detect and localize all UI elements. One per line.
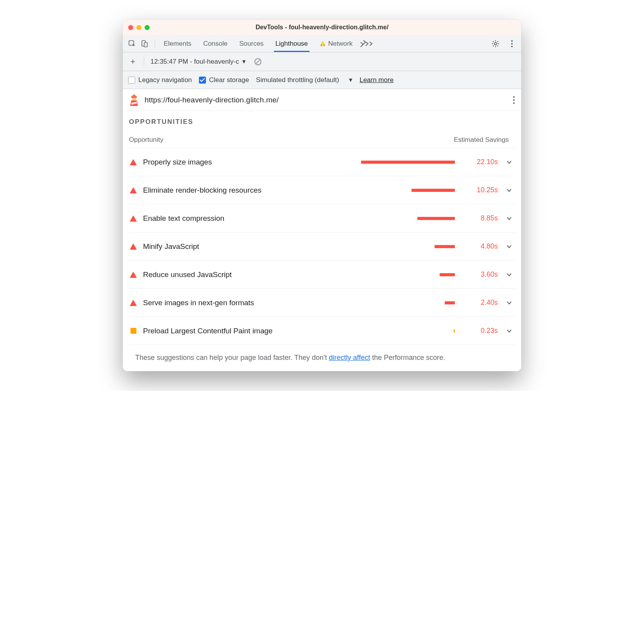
expand-chevron-icon[interactable]: [503, 243, 515, 250]
opportunity-label: Reduce unused JavaScript: [143, 270, 292, 279]
report-menu-icon[interactable]: [513, 96, 515, 104]
learn-more-link[interactable]: Learn more: [360, 76, 394, 84]
svg-point-17: [513, 99, 515, 101]
checkbox-icon[interactable]: [128, 77, 135, 84]
report-select-label: 12:35:47 PM - foul-heavenly-c: [150, 58, 239, 66]
gear-icon[interactable]: [490, 38, 501, 49]
titlebar: DevTools - foul-heavenly-direction.glitc…: [123, 20, 521, 35]
throttling-select[interactable]: Simulated throttling (default) ▾: [256, 76, 352, 84]
savings-bar: [297, 273, 457, 276]
lighthouse-settings-bar: Legacy navigation Clear storage Simulate…: [123, 71, 521, 89]
savings-bar: [297, 329, 457, 333]
opportunity-label: Preload Largest Contentful Paint image: [143, 327, 292, 335]
overflow-chevrons-icon[interactable]: [365, 41, 374, 47]
expand-chevron-icon[interactable]: [503, 159, 515, 165]
kebab-menu-icon[interactable]: [506, 38, 517, 49]
svg-rect-5: [322, 45, 323, 46]
savings-value: 4.80s: [463, 242, 498, 250]
warning-icon: [320, 41, 326, 47]
tested-url: https://foul-heavenly-direction.glitch.m…: [145, 96, 279, 104]
tab-console[interactable]: Console: [203, 36, 227, 52]
opportunity-row[interactable]: Serve images in next-gen formats2.40s: [129, 288, 515, 317]
new-report-icon[interactable]: +: [128, 57, 138, 67]
opportunity-label: Enable text compression: [143, 214, 292, 223]
panel-tabs: ElementsConsoleSourcesLighthouseNetwork: [164, 36, 352, 52]
savings-value: 22.10s: [463, 158, 498, 166]
window-title: DevTools - foul-heavenly-direction.glitc…: [123, 24, 521, 31]
savings-value: 8.85s: [463, 214, 498, 222]
report-header: https://foul-heavenly-direction.glitch.m…: [123, 89, 521, 111]
opportunity-row[interactable]: Minify JavaScript4.80s: [129, 232, 515, 260]
tab-label: Network: [328, 40, 352, 48]
svg-rect-2: [144, 43, 147, 47]
tab-network[interactable]: Network: [320, 36, 352, 52]
savings-bar: [297, 161, 457, 164]
inspect-icon[interactable]: [127, 38, 138, 49]
expand-chevron-icon[interactable]: [503, 187, 515, 193]
opportunity-row[interactable]: Eliminate render-blocking resources10.25…: [129, 176, 515, 204]
col-savings: Estimated Savings: [421, 136, 515, 144]
svg-rect-13: [132, 98, 136, 100]
savings-value: 3.60s: [463, 270, 498, 279]
lighthouse-icon: [129, 94, 139, 106]
savings-value: 2.40s: [463, 299, 498, 307]
checkbox-icon[interactable]: [199, 77, 206, 84]
fail-triangle-icon: [130, 243, 137, 250]
throttling-label: Simulated throttling (default): [256, 76, 339, 84]
expand-chevron-icon[interactable]: [503, 300, 515, 306]
clear-icon[interactable]: [254, 57, 262, 66]
columns-header: Opportunity Estimated Savings: [123, 130, 521, 148]
svg-point-7: [511, 40, 513, 42]
fail-triangle-icon: [130, 159, 137, 165]
fail-triangle-icon: [130, 215, 137, 222]
opportunity-row[interactable]: Enable text compression8.85s: [129, 204, 515, 232]
svg-rect-4: [322, 43, 323, 45]
svg-point-18: [513, 102, 515, 104]
savings-value: 0.23s: [463, 327, 498, 335]
opportunity-row[interactable]: Properly size images22.10s: [129, 148, 515, 176]
savings-bar: [297, 189, 457, 192]
expand-chevron-icon[interactable]: [503, 272, 515, 278]
tab-elements[interactable]: Elements: [164, 36, 191, 52]
clear-storage-option[interactable]: Clear storage: [199, 76, 249, 84]
savings-value: 10.25s: [463, 186, 498, 194]
tab-sources[interactable]: Sources: [239, 36, 263, 52]
opportunity-label: Serve images in next-gen formats: [143, 299, 292, 307]
opportunity-label: Minify JavaScript: [143, 242, 292, 251]
col-opportunity: Opportunity: [129, 136, 421, 144]
svg-point-9: [511, 46, 513, 47]
opportunity-row[interactable]: Reduce unused JavaScript3.60s: [129, 260, 515, 288]
expand-chevron-icon[interactable]: [503, 328, 515, 334]
dropdown-caret-icon: ▾: [349, 76, 352, 84]
opportunity-label: Properly size images: [143, 158, 292, 166]
footer-note: These suggestions can help your page loa…: [129, 345, 515, 371]
warning-square-icon: [131, 328, 136, 334]
legacy-navigation-option[interactable]: Legacy navigation: [128, 76, 192, 84]
lighthouse-toolbar: + 12:35:47 PM - foul-heavenly-c ▾: [123, 52, 521, 71]
devtools-window: DevTools - foul-heavenly-direction.glitc…: [123, 20, 521, 371]
panel-tabbar: ElementsConsoleSourcesLighthouseNetwork: [123, 35, 521, 52]
fail-triangle-icon: [130, 187, 137, 193]
svg-marker-12: [131, 94, 137, 98]
svg-point-6: [494, 43, 497, 45]
svg-point-8: [511, 43, 513, 45]
savings-bar: [297, 245, 457, 248]
report-select[interactable]: 12:35:47 PM - foul-heavenly-c ▾: [144, 57, 246, 66]
opportunity-row[interactable]: Preload Largest Contentful Paint image0.…: [129, 317, 515, 345]
expand-chevron-icon[interactable]: [503, 215, 515, 222]
fail-triangle-icon: [130, 300, 137, 306]
opportunity-label: Eliminate render-blocking resources: [143, 186, 292, 195]
footer-link[interactable]: directly affect: [329, 354, 370, 361]
savings-bar: [297, 301, 457, 304]
savings-bar: [297, 217, 457, 220]
option-label: Clear storage: [209, 76, 249, 84]
svg-point-16: [513, 96, 515, 98]
fail-triangle-icon: [130, 272, 137, 278]
tab-lighthouse[interactable]: Lighthouse: [275, 36, 308, 52]
footer-post: the Performance score.: [370, 354, 445, 361]
svg-line-11: [256, 59, 260, 64]
section-heading: OPPORTUNITIES: [123, 111, 521, 130]
option-label: Legacy navigation: [138, 76, 192, 84]
device-toggle-icon[interactable]: [139, 38, 150, 49]
footer-pre: These suggestions can help your page loa…: [135, 354, 329, 361]
